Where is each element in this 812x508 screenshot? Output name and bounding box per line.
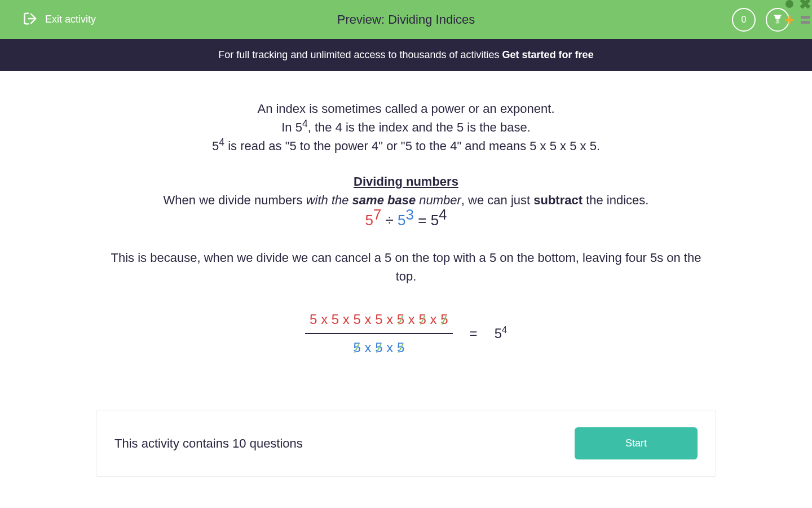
banner-text: For full tracking and unlimited access t… xyxy=(218,49,502,60)
intro-line-1: An index is sometimes called a power or … xyxy=(107,99,705,118)
lesson-content: An index is sometimes called a power or … xyxy=(96,71,716,382)
decorative-logo: ✖ + xyxy=(783,0,812,27)
trophy-icon xyxy=(772,13,783,27)
score-value: 0 xyxy=(742,15,747,25)
exit-label: Exit activity xyxy=(45,14,96,25)
page-title: Preview: Dividing Indices xyxy=(337,12,475,27)
app-header: Exit activity Preview: Dividing Indices … xyxy=(0,0,812,39)
fraction-diagram: 5 x 5 x 5 x 5 x 5 x 5 x 5 5 x 5 x 5 = 54 xyxy=(107,308,705,359)
fraction: 5 x 5 x 5 x 5 x 5 x 5 x 5 5 x 5 x 5 xyxy=(305,308,453,359)
promo-banner: For full tracking and unlimited access t… xyxy=(0,39,812,71)
intro-line-2: In 54, the 4 is the index and the 5 is t… xyxy=(107,118,705,137)
exit-activity-button[interactable]: Exit activity xyxy=(23,11,96,29)
exit-icon xyxy=(23,11,38,29)
explanation-line: This is because, when we divide we can c… xyxy=(107,248,705,286)
header-controls: 0 xyxy=(732,8,789,32)
score-badge[interactable]: 0 xyxy=(732,8,756,32)
fraction-result: 54 xyxy=(495,323,507,344)
equals-sign: = xyxy=(470,323,478,344)
section-heading: Dividing numbers xyxy=(107,172,705,191)
activity-footer: This activity contains 10 questions Star… xyxy=(96,410,716,477)
equation: 57 ÷ 53 = 54 xyxy=(107,209,705,231)
get-started-link[interactable]: Get started for free xyxy=(502,49,594,60)
question-count-label: This activity contains 10 questions xyxy=(114,436,303,451)
intro-line-3: 54 is read as "5 to the power 4" or "5 t… xyxy=(107,137,705,155)
fraction-numerator: 5 x 5 x 5 x 5 x 5 x 5 x 5 xyxy=(305,308,453,334)
fraction-denominator: 5 x 5 x 5 xyxy=(305,334,453,359)
start-button[interactable]: Start xyxy=(575,427,698,459)
